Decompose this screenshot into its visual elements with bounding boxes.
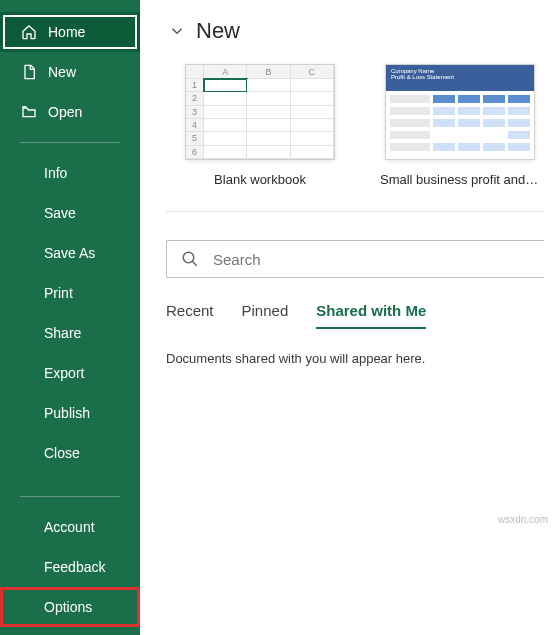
new-icon [20,63,38,81]
sidebar-item-label: Save [44,205,76,221]
template-label: Small business profit and los... [380,172,540,187]
sidebar-item-publish[interactable]: Publish [0,393,140,433]
section-divider [166,211,544,212]
sidebar: Home New Open Info Save Save As Print Sh… [0,0,140,635]
sidebar-item-label: Save As [44,245,95,261]
template-small-business-pl[interactable]: Company Name Profit & Loss Statement Sma… [380,64,540,187]
sidebar-top-nav: Home New Open [0,12,140,132]
template-gallery: A B C 1 2 3 4 5 6 Blank workbook Company… [180,64,544,187]
sidebar-item-export[interactable]: Export [0,353,140,393]
sidebar-item-print[interactable]: Print [0,273,140,313]
sidebar-item-feedback[interactable]: Feedback [0,547,140,587]
sidebar-item-label: Publish [44,405,90,421]
sidebar-item-label: Feedback [44,559,105,575]
sidebar-item-account[interactable]: Account [0,507,140,547]
sidebar-item-label: Home [48,24,85,40]
row-header: 3 [186,106,204,119]
sidebar-item-label: Account [44,519,95,535]
main-content: New A B C 1 2 3 4 5 6 Blank workbook [140,0,554,635]
empty-state-text: Documents shared with you will appear he… [166,351,544,366]
pl-subtitle: Profit & Loss Statement [391,74,529,80]
chevron-down-icon[interactable] [166,20,188,42]
sidebar-item-share[interactable]: Share [0,313,140,353]
sidebar-divider [20,142,120,143]
svg-point-0 [183,252,194,263]
sidebar-bottom-nav: Account Feedback Options [0,486,140,627]
sidebar-item-label: Close [44,445,80,461]
sidebar-item-label: Share [44,325,81,341]
row-header: 5 [186,132,204,145]
sidebar-item-close[interactable]: Close [0,433,140,473]
tab-recent[interactable]: Recent [166,302,214,329]
tab-shared-with-me[interactable]: Shared with Me [316,302,426,329]
sidebar-item-new[interactable]: New [0,52,140,92]
sidebar-item-open[interactable]: Open [0,92,140,132]
tab-pinned[interactable]: Pinned [242,302,289,329]
pl-thumb-header: Company Name Profit & Loss Statement [386,65,534,91]
sidebar-item-save-as[interactable]: Save As [0,233,140,273]
row-header: 4 [186,119,204,132]
search-box[interactable] [166,240,544,278]
document-tabs: Recent Pinned Shared with Me [166,302,544,329]
sidebar-item-label: Options [44,599,92,615]
template-thumbnail: Company Name Profit & Loss Statement [385,64,535,160]
search-icon [181,250,199,268]
template-thumbnail: A B C 1 2 3 4 5 6 [185,64,335,160]
col-header: A [204,65,247,79]
section-header: New [166,18,544,44]
col-header: B [247,65,290,79]
home-icon [20,23,38,41]
sidebar-middle-nav: Info Save Save As Print Share Export Pub… [0,153,140,473]
row-header: 6 [186,146,204,159]
sidebar-divider [20,496,120,497]
main-inner: New A B C 1 2 3 4 5 6 Blank workbook [140,18,554,366]
search-input[interactable] [213,251,544,268]
template-blank-workbook[interactable]: A B C 1 2 3 4 5 6 Blank workbook [180,64,340,187]
sidebar-item-label: Print [44,285,73,301]
sidebar-item-label: New [48,64,76,80]
sidebar-item-save[interactable]: Save [0,193,140,233]
row-header: 2 [186,92,204,105]
sidebar-item-label: Info [44,165,67,181]
template-label: Blank workbook [180,172,340,187]
row-header: 1 [186,79,204,92]
col-header: C [291,65,334,79]
sidebar-item-label: Export [44,365,84,381]
sidebar-item-info[interactable]: Info [0,153,140,193]
svg-line-1 [192,261,197,266]
watermark: wsxdn.com [498,514,548,525]
open-icon [20,103,38,121]
sidebar-item-label: Open [48,104,82,120]
sidebar-item-home[interactable]: Home [0,12,140,52]
section-title: New [196,18,240,44]
sidebar-item-options[interactable]: Options [0,587,140,627]
